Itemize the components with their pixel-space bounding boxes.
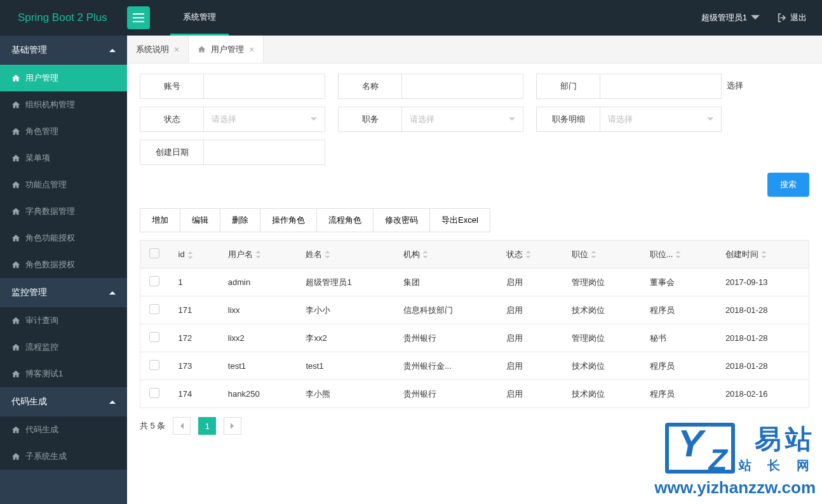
- table-header[interactable]: 机构: [394, 241, 497, 269]
- field-label: 职务: [339, 107, 402, 131]
- tab-label: 系统说明: [136, 44, 169, 55]
- table-cell: 管理岗位: [563, 324, 641, 352]
- sidebar-item[interactable]: 角色管理: [0, 118, 127, 145]
- toolbar-button[interactable]: 删除: [220, 208, 260, 232]
- page-1-button[interactable]: 1: [198, 417, 216, 435]
- table-cell: lixx2: [219, 324, 297, 352]
- home-icon: [11, 425, 20, 434]
- table-cell: 启用: [497, 380, 563, 408]
- row-checkbox[interactable]: [149, 388, 159, 398]
- sidebar-item[interactable]: 流程监控: [0, 334, 127, 361]
- home-icon: [11, 74, 20, 83]
- table-row[interactable]: 171lixx李小小信息科技部门启用技术岗位程序员2018-01-28: [140, 296, 809, 324]
- sidebar-item[interactable]: 子系统生成: [0, 443, 127, 470]
- table-header[interactable]: 职位: [563, 241, 641, 269]
- sidebar-item-label: 功能点管理: [25, 179, 67, 190]
- table-cell: 秘书: [641, 324, 717, 352]
- sidebar-group-codegen[interactable]: 代码生成: [0, 387, 127, 416]
- select-all-checkbox[interactable]: [149, 248, 159, 258]
- table-row[interactable]: 174hank250李小熊贵州银行启用技术岗位程序员2018-02-16: [140, 380, 809, 408]
- main-content: 系统说明 × 用户管理 × 账号 名称: [127, 36, 822, 504]
- table-header[interactable]: 用户名: [219, 241, 297, 269]
- table-cell: 启用: [497, 324, 563, 352]
- jobdetail-select[interactable]: 请选择: [600, 107, 721, 131]
- table-cell: test1: [297, 352, 394, 380]
- table-header[interactable]: 创建时间: [717, 241, 809, 269]
- table-cell: 173: [170, 352, 219, 380]
- toolbar-button[interactable]: 导出Excel: [429, 208, 490, 232]
- row-checkbox[interactable]: [149, 360, 159, 370]
- svg-rect-2: [133, 21, 144, 22]
- sidebar-group-monitor[interactable]: 监控管理: [0, 278, 127, 307]
- sidebar-item[interactable]: 角色功能授权: [0, 225, 127, 251]
- toolbar-button[interactable]: 增加: [140, 208, 180, 232]
- user-dropdown[interactable]: 超级管理员1: [701, 12, 760, 23]
- sidebar-item-label: 菜单项: [25, 152, 50, 164]
- toolbar-button[interactable]: 修改密码: [373, 208, 430, 232]
- row-checkbox[interactable]: [149, 332, 159, 342]
- table-row[interactable]: 172lixx2李xx2贵州银行启用管理岗位秘书2018-01-28: [140, 324, 809, 352]
- svg-rect-0: [133, 13, 144, 15]
- sidebar-item[interactable]: 功能点管理: [0, 171, 127, 198]
- sort-icon: [255, 251, 261, 258]
- field-label: 状态: [140, 107, 204, 131]
- field-label: 账号: [140, 74, 204, 98]
- field-label: 职务明细: [537, 107, 600, 131]
- sidebar-item[interactable]: 字典数据管理: [0, 198, 127, 225]
- toolbar-button[interactable]: 流程角色: [316, 208, 374, 232]
- sidebar-group-label: 基础管理: [11, 44, 47, 56]
- toolbar-button[interactable]: 编辑: [180, 208, 220, 232]
- menu-toggle-button[interactable]: [127, 6, 150, 29]
- sidebar-item[interactable]: 代码生成: [0, 416, 127, 443]
- name-input[interactable]: [402, 74, 523, 98]
- sidebar-item-label: 角色数据授权: [25, 259, 75, 270]
- createdate-input[interactable]: [204, 140, 325, 164]
- sort-icon: [187, 251, 193, 259]
- table-cell: admin: [219, 269, 297, 296]
- job-select[interactable]: 请选择: [402, 107, 523, 131]
- search-button[interactable]: 搜索: [767, 173, 809, 197]
- search-field-dept: 部门: [536, 74, 722, 99]
- sidebar-item[interactable]: 角色数据授权: [0, 251, 127, 278]
- tab-close-button[interactable]: ×: [174, 45, 179, 54]
- table-cell: 李小小: [297, 296, 394, 324]
- table-header[interactable]: id: [170, 241, 219, 269]
- tab-close-button[interactable]: ×: [249, 45, 254, 54]
- table-header[interactable]: 姓名: [297, 241, 394, 269]
- account-input[interactable]: [204, 74, 325, 98]
- row-checkbox[interactable]: [149, 304, 159, 314]
- table-row[interactable]: 1admin超级管理员1集团启用管理岗位董事会2017-09-13: [140, 269, 809, 296]
- pagination-total: 共 5 条: [140, 420, 165, 432]
- select-placeholder: 请选择: [608, 114, 633, 125]
- select-placeholder: 请选择: [212, 114, 236, 125]
- sidebar-item[interactable]: 博客测试1: [0, 361, 127, 387]
- logout-button[interactable]: 退出: [778, 12, 807, 23]
- table-header[interactable]: 状态: [497, 241, 563, 269]
- hamburger-icon: [133, 13, 144, 22]
- sidebar-item-label: 角色功能授权: [25, 232, 75, 244]
- sidebar-group-basic[interactable]: 基础管理: [0, 36, 127, 65]
- dept-input[interactable]: [600, 74, 721, 98]
- search-field-account: 账号: [140, 74, 325, 99]
- top-nav-system[interactable]: 系统管理: [170, 0, 229, 36]
- table-row[interactable]: 173test1test1贵州银行金...启用技术岗位程序员2018-01-28: [140, 352, 809, 380]
- sidebar-item[interactable]: 菜单项: [0, 145, 127, 171]
- prev-page-button[interactable]: [173, 417, 191, 435]
- sidebar-item[interactable]: 组织机构管理: [0, 91, 127, 118]
- row-checkbox[interactable]: [149, 276, 159, 286]
- table-header[interactable]: 职位...: [641, 241, 717, 269]
- table-cell: 李xx2: [297, 324, 394, 352]
- sidebar-item[interactable]: 用户管理: [0, 65, 127, 91]
- tab-system-info[interactable]: 系统说明 ×: [127, 36, 189, 63]
- sidebar-item[interactable]: 审计查询: [0, 307, 127, 334]
- sidebar-group-label: 监控管理: [11, 287, 47, 298]
- home-icon: [11, 100, 20, 109]
- dept-select-button[interactable]: 选择: [722, 74, 748, 99]
- status-select[interactable]: 请选择: [204, 107, 325, 131]
- table-cell: 程序员: [641, 352, 717, 380]
- sidebar-item-label: 角色管理: [25, 126, 58, 137]
- field-label: 创建日期: [140, 140, 204, 164]
- next-page-button[interactable]: [224, 417, 241, 435]
- toolbar-button[interactable]: 操作角色: [260, 208, 317, 232]
- tab-user-manage[interactable]: 用户管理 ×: [189, 36, 264, 63]
